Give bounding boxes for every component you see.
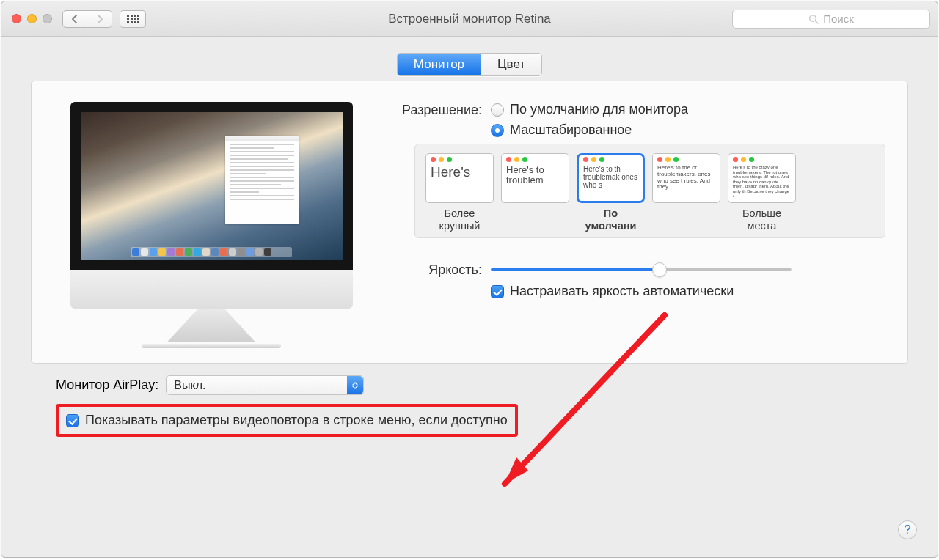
minimize-icon[interactable] xyxy=(27,14,37,23)
search-placeholder: Поиск xyxy=(823,12,854,25)
resolution-default-label: По умолчанию для монитора xyxy=(510,102,688,117)
auto-brightness-checkbox[interactable]: Настраивать яркость автоматически xyxy=(491,284,734,299)
show-all-button[interactable] xyxy=(120,10,146,28)
zoom-icon[interactable] xyxy=(43,14,52,23)
resolution-scaled-radio[interactable]: Масштабированное xyxy=(491,122,688,138)
resolution-option-0[interactable]: Here's Более крупный xyxy=(425,153,494,232)
airplay-select[interactable]: Выкл. xyxy=(166,375,364,395)
resolution-default-radio[interactable]: По умолчанию для монитора xyxy=(491,102,688,117)
select-arrows-icon xyxy=(347,376,363,394)
grid-icon xyxy=(127,15,139,23)
resolution-options: Here's Более крупный Here's to troublem … xyxy=(414,144,885,238)
checkbox-icon xyxy=(66,414,79,427)
checkbox-icon xyxy=(491,285,504,298)
resolution-option-3[interactable]: Here's to the cr troublemakers. ones who… xyxy=(652,153,720,232)
content: Монитор Цвет xyxy=(1,37,938,447)
airplay-label: Монитор AirPlay: xyxy=(56,377,158,393)
sample-document-icon xyxy=(225,136,299,224)
resolution-option-2[interactable]: Here's to th troublemak ones who s По ум… xyxy=(577,153,645,232)
preferences-window: Встроенный монитор Retina Поиск Монитор … xyxy=(1,1,938,558)
chevron-right-icon xyxy=(96,15,103,23)
help-button[interactable]: ? xyxy=(898,520,917,539)
window-controls xyxy=(12,14,52,23)
titlebar: Встроенный монитор Retina Поиск xyxy=(1,1,938,37)
search-icon xyxy=(808,14,819,24)
resolution-option-4[interactable]: Here's to the crazy one troublemakers. T… xyxy=(728,153,796,232)
airplay-value: Выкл. xyxy=(174,379,205,392)
mirroring-label: Показывать параметры видеоповтора в стро… xyxy=(85,413,508,428)
svg-line-1 xyxy=(816,21,819,23)
resolution-scaled-label: Масштабированное xyxy=(510,122,632,138)
tab-monitor[interactable]: Монитор xyxy=(398,54,481,75)
nav-group xyxy=(62,10,112,28)
chevron-left-icon xyxy=(71,15,78,23)
forward-button[interactable] xyxy=(87,10,112,28)
resolution-option-1[interactable]: Here's to troublem xyxy=(501,153,569,232)
brightness-label: Яркость: xyxy=(395,262,491,278)
below-panel: Монитор AirPlay: Выкл. Показывать параме… xyxy=(31,364,908,437)
back-button[interactable] xyxy=(62,10,87,28)
settings-column: Разрешение: По умолчанию для монитора Ма… xyxy=(395,102,885,348)
mirroring-checkbox[interactable]: Показывать параметры видеоповтора в стро… xyxy=(66,413,508,428)
display-panel: Разрешение: По умолчанию для монитора Ма… xyxy=(31,81,908,364)
resolution-label: Разрешение: xyxy=(395,102,491,118)
auto-brightness-label: Настраивать яркость автоматически xyxy=(510,284,734,299)
tab-color[interactable]: Цвет xyxy=(481,54,541,75)
brightness-slider[interactable] xyxy=(491,263,792,276)
search-input[interactable]: Поиск xyxy=(732,10,930,29)
dock-icon xyxy=(131,247,292,257)
annotation-highlight: Показывать параметры видеоповтора в стро… xyxy=(56,404,518,437)
tab-bar: Монитор Цвет xyxy=(31,53,908,76)
close-icon[interactable] xyxy=(12,14,21,23)
monitor-preview xyxy=(54,102,369,348)
